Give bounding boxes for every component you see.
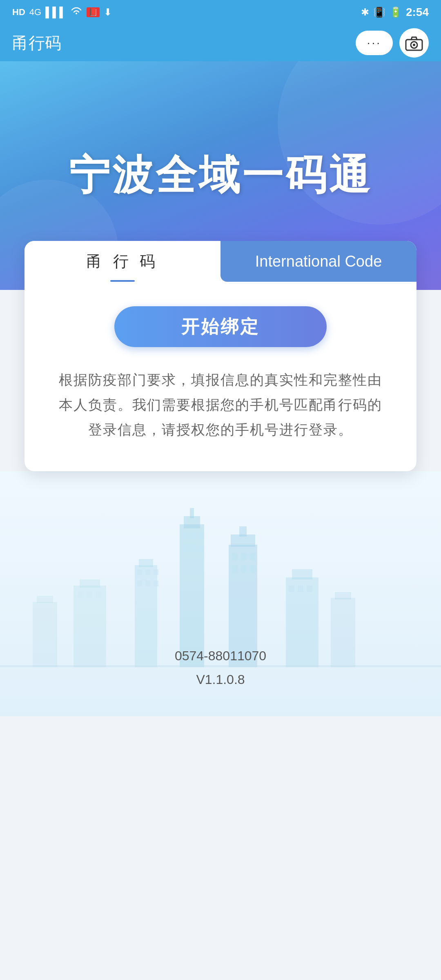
svg-rect-5 bbox=[190, 508, 194, 518]
svg-rect-40 bbox=[335, 592, 351, 599]
svg-rect-26 bbox=[137, 581, 142, 586]
svg-rect-32 bbox=[87, 592, 92, 598]
tab-international-code[interactable]: International Code bbox=[220, 241, 416, 282]
main-card: 甬 行 码 International Code 开始绑定 根据防疫部门要求，填… bbox=[24, 241, 416, 471]
svg-rect-24 bbox=[145, 569, 150, 575]
tab-yongxingma-label: 甬 行 码 bbox=[87, 251, 158, 272]
camera-button[interactable] bbox=[399, 28, 429, 58]
svg-rect-41 bbox=[33, 602, 57, 667]
svg-rect-36 bbox=[289, 586, 294, 592]
footer-version: V1.1.0.8 bbox=[175, 668, 266, 692]
download-icon: ⬇ bbox=[104, 7, 112, 18]
vibrate-icon: 📳 bbox=[373, 7, 385, 18]
signal-icon: ▌▌▌ bbox=[45, 7, 66, 18]
svg-rect-30 bbox=[80, 579, 100, 588]
tab-yongxingma[interactable]: 甬 行 码 bbox=[24, 241, 220, 282]
bottom-section: 0574-88011070 V1.1.0.8 bbox=[0, 471, 441, 716]
status-bar: HD 4G ▌▌▌ 📕 ⬇ ✱ 📳 🔋 2:54 bbox=[0, 0, 441, 24]
more-dots-icon: ··· bbox=[367, 36, 381, 49]
notification-icon: 📕 bbox=[87, 7, 100, 17]
svg-rect-14 bbox=[239, 526, 247, 537]
svg-rect-28 bbox=[154, 581, 158, 586]
more-button[interactable]: ··· bbox=[356, 31, 393, 55]
tabs-row: 甬 行 码 International Code bbox=[24, 241, 416, 282]
hero-title: 宁波全域一码通 bbox=[69, 148, 372, 203]
card-wrapper: 甬 行 码 International Code 开始绑定 根据防疫部门要求，填… bbox=[0, 241, 441, 471]
tab-international-code-label: International Code bbox=[255, 253, 382, 270]
svg-rect-6 bbox=[183, 532, 188, 539]
svg-rect-10 bbox=[191, 545, 196, 551]
svg-rect-35 bbox=[292, 569, 312, 579]
svg-rect-33 bbox=[96, 592, 101, 598]
footer-info: 0574-88011070 V1.1.0.8 bbox=[175, 644, 266, 691]
status-bar-left: HD 4G ▌▌▌ 📕 ⬇ bbox=[12, 6, 112, 18]
svg-rect-20 bbox=[250, 565, 256, 572]
svg-rect-21 bbox=[135, 565, 157, 667]
svg-rect-42 bbox=[37, 596, 53, 603]
city-skyline bbox=[0, 504, 441, 667]
svg-rect-7 bbox=[191, 532, 196, 539]
bluetooth-icon: ✱ bbox=[361, 7, 369, 18]
svg-rect-19 bbox=[241, 565, 247, 572]
nav-actions: ··· bbox=[356, 28, 429, 58]
svg-rect-39 bbox=[331, 598, 355, 667]
svg-rect-15 bbox=[232, 553, 238, 560]
svg-rect-27 bbox=[145, 581, 150, 586]
svg-rect-38 bbox=[307, 586, 312, 592]
start-binding-button[interactable]: 开始绑定 bbox=[114, 306, 327, 347]
camera-icon bbox=[405, 35, 423, 51]
wifi-icon bbox=[70, 6, 82, 18]
svg-rect-37 bbox=[298, 586, 303, 592]
hd-icon: HD bbox=[12, 7, 25, 18]
svg-rect-11 bbox=[199, 545, 204, 551]
svg-rect-22 bbox=[139, 559, 153, 567]
nav-bar: 甬行码 ··· bbox=[0, 24, 441, 61]
svg-rect-17 bbox=[250, 553, 256, 560]
svg-rect-23 bbox=[137, 569, 142, 575]
status-bar-right: ✱ 📳 🔋 2:54 bbox=[361, 6, 429, 19]
battery-icon: 🔋 bbox=[390, 7, 402, 18]
4g-icon: 4G bbox=[29, 7, 41, 18]
svg-point-2 bbox=[413, 44, 415, 46]
svg-rect-16 bbox=[241, 553, 247, 560]
time-display: 2:54 bbox=[406, 6, 429, 19]
footer-phone: 0574-88011070 bbox=[175, 644, 266, 668]
description-text: 根据防疫部门要求，填报信息的真实性和完整性由本人负责。我们需要根据您的手机号匹配… bbox=[57, 368, 384, 443]
svg-rect-9 bbox=[183, 545, 188, 551]
card-body: 开始绑定 根据防疫部门要求，填报信息的真实性和完整性由本人负责。我们需要根据您的… bbox=[24, 282, 416, 471]
svg-rect-31 bbox=[78, 592, 83, 598]
svg-rect-18 bbox=[232, 565, 238, 572]
svg-rect-8 bbox=[199, 532, 204, 539]
svg-rect-25 bbox=[154, 569, 158, 575]
nav-title: 甬行码 bbox=[12, 32, 61, 54]
